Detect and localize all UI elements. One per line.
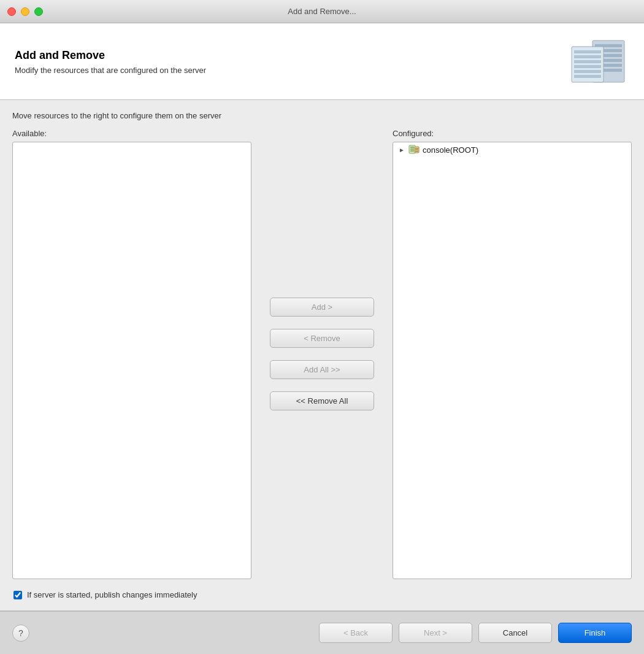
console-icon [408,145,420,155]
svg-rect-20 [415,150,418,151]
svg-rect-19 [415,148,418,149]
minimize-button[interactable] [21,7,29,16]
remove-all-button[interactable]: << Remove All [270,391,374,410]
checkbox-section: If server is started, publish changes im… [12,588,632,602]
bottom-bar: ? < Back Next > Cancel Finish [0,611,644,654]
svg-rect-17 [410,150,414,152]
panels-container: Available: Add > < Remove Add All >> << … [12,129,632,579]
header-icon [568,34,629,90]
window-title: Add and Remove... [288,7,356,16]
window-controls [7,7,43,16]
svg-rect-15 [410,147,414,148]
instruction-text: Move resources to the right to configure… [12,111,632,120]
page-subtitle: Modify the resources that are configured… [15,66,206,75]
header-text: Add and Remove Modify the resources that… [15,49,206,75]
svg-rect-9 [574,55,601,58]
middle-buttons: Add > < Remove Add All >> << Remove All [251,129,393,579]
maximize-button[interactable] [34,7,43,16]
svg-rect-8 [574,50,601,53]
publish-checkbox-label[interactable]: If server is started, publish changes im… [27,590,197,599]
available-panel-section: Available: [12,129,251,579]
main-content: Add and Remove Modify the resources that… [0,23,644,654]
available-list[interactable] [12,142,251,579]
console-item-label: console(ROOT) [423,145,478,155]
finish-button[interactable]: Finish [558,623,632,643]
title-bar: Add and Remove... [0,0,644,23]
cancel-button[interactable]: Cancel [478,623,552,643]
tree-arrow-icon: ► [398,146,405,153]
svg-rect-16 [410,148,414,150]
configured-list[interactable]: ► [393,142,632,579]
body-section: Move resources to the right to configure… [0,100,644,610]
header-section: Add and Remove Modify the resources that… [0,23,644,100]
back-button[interactable]: < Back [319,623,393,643]
help-button[interactable]: ? [12,625,29,642]
tree-item-console[interactable]: ► [393,142,631,157]
add-button[interactable]: Add > [270,298,374,317]
svg-rect-10 [574,60,601,63]
svg-rect-11 [574,65,601,68]
add-all-button[interactable]: Add All >> [270,360,374,379]
publish-checkbox[interactable] [13,591,22,599]
server-icon [569,36,628,88]
svg-rect-13 [574,75,601,78]
page-title: Add and Remove [15,49,206,62]
bottom-bar-left: ? [12,625,319,642]
svg-rect-21 [415,151,418,152]
configured-label: Configured: [393,129,632,138]
configured-panel-section: Configured: ► [393,129,632,579]
next-button[interactable]: Next > [399,623,472,643]
close-button[interactable] [7,7,16,16]
bottom-bar-right: < Back Next > Cancel Finish [319,623,632,643]
svg-rect-12 [574,70,601,73]
available-label: Available: [12,129,251,138]
remove-button[interactable]: < Remove [270,329,374,348]
